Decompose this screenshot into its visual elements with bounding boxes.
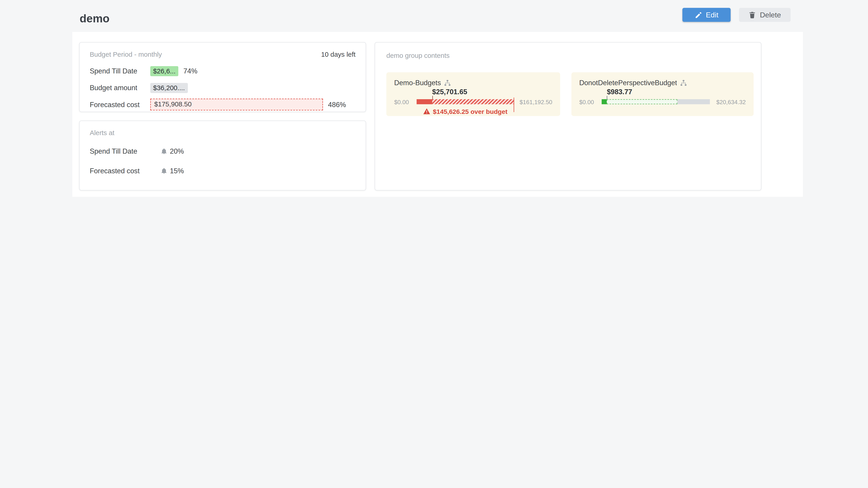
edit-button-label: Edit bbox=[706, 11, 719, 19]
spend-till-date-label: Spend Till Date bbox=[90, 67, 150, 75]
mini-warning-row: $145,626.25 over budget bbox=[416, 107, 514, 116]
delete-button[interactable]: Delete bbox=[739, 8, 790, 22]
forecasted-cost-percent: 486% bbox=[328, 101, 346, 108]
budget-mini-card-1[interactable]: DonotDeletePerspectiveBudget $983.77 $0.… bbox=[571, 72, 754, 116]
days-left-label: 10 days left bbox=[321, 51, 355, 58]
bar-segment-remaining bbox=[677, 99, 710, 104]
over-budget-end-marker bbox=[513, 98, 514, 112]
bar-min-label: $0.00 bbox=[394, 98, 416, 105]
budget-period-card: Budget Period - monthly 10 days left Spe… bbox=[79, 42, 366, 112]
bar-segment-spent bbox=[602, 99, 607, 104]
bar-max-label: $161,192.50 bbox=[514, 98, 553, 105]
warning-triangle-icon bbox=[423, 108, 430, 114]
alert-row-forecast: Forecasted cost 15% bbox=[90, 166, 355, 175]
edit-button[interactable]: Edit bbox=[682, 8, 731, 22]
trash-icon bbox=[749, 11, 756, 19]
budget-amount-row: Budget amount $36,200.... bbox=[90, 82, 355, 94]
group-contents-title: demo group contents bbox=[386, 52, 450, 59]
mini-bar-track[interactable] bbox=[416, 99, 514, 104]
budget-name[interactable]: DonotDeletePerspectiveBudget bbox=[579, 79, 677, 87]
group-contents-card: demo group contents Demo-Budgets $25,701… bbox=[375, 42, 762, 191]
alert-row-spend: Spend Till Date 20% bbox=[90, 147, 355, 156]
budget-amount-label: Budget amount bbox=[90, 84, 150, 92]
bell-icon bbox=[161, 148, 167, 155]
bar-segment-forecast-dashed bbox=[607, 99, 677, 104]
alerts-card: Alerts at Spend Till Date 20% Forecasted… bbox=[79, 121, 366, 191]
forecasted-cost-row: Forecasted cost $175,908.50 486% bbox=[90, 99, 355, 110]
pencil-icon bbox=[694, 11, 702, 19]
over-budget-warning: $145,626.25 over budget bbox=[433, 108, 507, 115]
spend-till-date-percent: 74% bbox=[183, 67, 197, 75]
delete-button-label: Delete bbox=[760, 11, 781, 19]
bell-icon bbox=[161, 168, 167, 174]
app-screen: demo Edit Delete Budget Period - monthly… bbox=[0, 0, 868, 197]
bar-min-label: $0.00 bbox=[579, 98, 601, 105]
budget-mini-card-0[interactable]: Demo-Budgets $25,701.65 $0.00 $161,192.5… bbox=[386, 72, 560, 116]
budget-period-card-title: Budget Period - monthly bbox=[90, 51, 162, 58]
budget-name[interactable]: Demo-Budgets bbox=[394, 79, 441, 87]
page-title: demo bbox=[80, 12, 110, 25]
hierarchy-icon bbox=[444, 79, 451, 86]
alert-spend-label: Spend Till Date bbox=[90, 147, 161, 155]
alert-forecast-value: 15% bbox=[170, 167, 184, 175]
bar-max-label: $20,634.32 bbox=[710, 98, 746, 105]
forecasted-cost-label: Forecasted cost bbox=[90, 101, 150, 108]
alert-forecast-label: Forecasted cost bbox=[90, 167, 161, 175]
bar-segment-overbudget-hatch bbox=[432, 99, 514, 104]
budget-amount-value: $36,200.... bbox=[150, 83, 188, 93]
hierarchy-icon bbox=[680, 79, 687, 86]
mini-bar-track[interactable] bbox=[602, 99, 710, 104]
bar-segment-spent bbox=[416, 99, 432, 104]
spend-till-date-row: Spend Till Date $26,6... 74% bbox=[90, 65, 355, 77]
alerts-card-title: Alerts at bbox=[90, 129, 114, 137]
forecasted-cost-value: $175,908.50 bbox=[150, 99, 323, 110]
spend-till-date-value: $26,6... bbox=[150, 66, 178, 76]
alert-spend-value: 20% bbox=[170, 147, 184, 155]
